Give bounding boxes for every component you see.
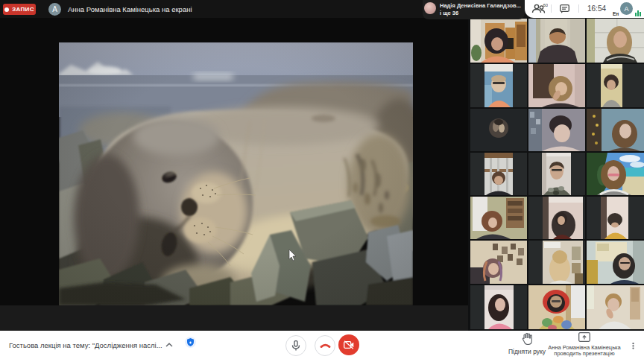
svg-text:60: 60 (543, 3, 549, 7)
